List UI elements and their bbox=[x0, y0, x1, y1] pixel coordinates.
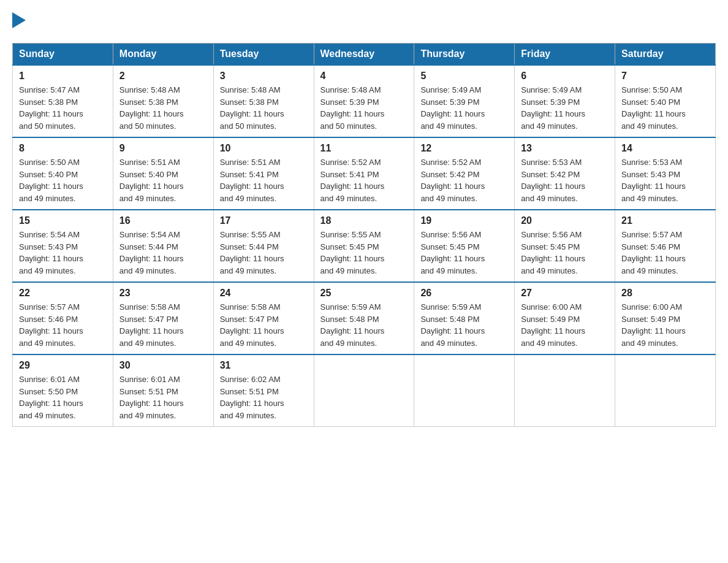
header-tuesday: Tuesday bbox=[213, 44, 314, 66]
calendar-cell: 7 Sunrise: 5:50 AM Sunset: 5:40 PM Dayli… bbox=[615, 65, 716, 137]
day-info: Sunrise: 5:58 AM Sunset: 5:47 PM Dayligh… bbox=[119, 301, 207, 349]
calendar-cell: 29 Sunrise: 6:01 AM Sunset: 5:50 PM Dayl… bbox=[13, 354, 113, 427]
day-info: Sunrise: 5:56 AM Sunset: 5:45 PM Dayligh… bbox=[521, 229, 609, 277]
day-number: 1 bbox=[19, 71, 107, 82]
calendar-cell: 12 Sunrise: 5:52 AM Sunset: 5:42 PM Dayl… bbox=[414, 137, 515, 210]
day-number: 2 bbox=[119, 71, 207, 82]
svg-marker-0 bbox=[12, 12, 26, 28]
day-info: Sunrise: 5:53 AM Sunset: 5:43 PM Dayligh… bbox=[621, 156, 709, 204]
calendar-cell: 9 Sunrise: 5:51 AM Sunset: 5:40 PM Dayli… bbox=[113, 137, 213, 210]
day-info: Sunrise: 6:02 AM Sunset: 5:51 PM Dayligh… bbox=[220, 373, 308, 421]
header-sunday: Sunday bbox=[13, 44, 113, 66]
logo bbox=[12, 12, 26, 31]
calendar-cell bbox=[615, 354, 716, 427]
header-thursday: Thursday bbox=[414, 44, 515, 66]
calendar-cell: 13 Sunrise: 5:53 AM Sunset: 5:42 PM Dayl… bbox=[515, 137, 615, 210]
day-info: Sunrise: 5:48 AM Sunset: 5:38 PM Dayligh… bbox=[220, 84, 308, 132]
calendar-week-2: 8 Sunrise: 5:50 AM Sunset: 5:40 PM Dayli… bbox=[13, 137, 716, 210]
calendar-cell bbox=[414, 354, 515, 427]
day-info: Sunrise: 5:50 AM Sunset: 5:40 PM Dayligh… bbox=[19, 156, 107, 204]
day-info: Sunrise: 5:51 AM Sunset: 5:40 PM Dayligh… bbox=[119, 156, 207, 204]
day-info: Sunrise: 5:53 AM Sunset: 5:42 PM Dayligh… bbox=[521, 156, 609, 204]
day-info: Sunrise: 5:54 AM Sunset: 5:43 PM Dayligh… bbox=[19, 229, 107, 277]
day-info: Sunrise: 5:49 AM Sunset: 5:39 PM Dayligh… bbox=[420, 84, 508, 132]
calendar-cell: 28 Sunrise: 6:00 AM Sunset: 5:49 PM Dayl… bbox=[615, 282, 716, 354]
day-number: 14 bbox=[621, 143, 709, 154]
calendar-cell: 4 Sunrise: 5:48 AM Sunset: 5:39 PM Dayli… bbox=[314, 65, 414, 137]
calendar-cell bbox=[515, 354, 615, 427]
day-number: 6 bbox=[521, 71, 609, 82]
calendar-cell: 24 Sunrise: 5:58 AM Sunset: 5:47 PM Dayl… bbox=[213, 282, 314, 354]
day-number: 11 bbox=[320, 143, 408, 154]
calendar-cell bbox=[314, 354, 414, 427]
day-number: 16 bbox=[119, 215, 207, 226]
calendar-cell: 10 Sunrise: 5:51 AM Sunset: 5:41 PM Dayl… bbox=[213, 137, 314, 210]
day-number: 26 bbox=[420, 288, 508, 299]
day-number: 5 bbox=[420, 71, 508, 82]
day-info: Sunrise: 6:01 AM Sunset: 5:51 PM Dayligh… bbox=[119, 373, 207, 421]
calendar-week-3: 15 Sunrise: 5:54 AM Sunset: 5:43 PM Dayl… bbox=[13, 210, 716, 282]
day-number: 28 bbox=[621, 288, 709, 299]
day-info: Sunrise: 5:52 AM Sunset: 5:41 PM Dayligh… bbox=[320, 156, 408, 204]
day-info: Sunrise: 5:47 AM Sunset: 5:38 PM Dayligh… bbox=[19, 84, 107, 132]
calendar-week-4: 22 Sunrise: 5:57 AM Sunset: 5:46 PM Dayl… bbox=[13, 282, 716, 354]
calendar-cell: 26 Sunrise: 5:59 AM Sunset: 5:48 PM Dayl… bbox=[414, 282, 515, 354]
day-number: 24 bbox=[220, 288, 308, 299]
day-number: 15 bbox=[19, 215, 107, 226]
calendar-cell: 17 Sunrise: 5:55 AM Sunset: 5:44 PM Dayl… bbox=[213, 210, 314, 282]
day-number: 21 bbox=[621, 215, 709, 226]
day-info: Sunrise: 5:49 AM Sunset: 5:39 PM Dayligh… bbox=[521, 84, 609, 132]
day-number: 30 bbox=[119, 360, 207, 371]
day-number: 20 bbox=[521, 215, 609, 226]
day-number: 22 bbox=[19, 288, 107, 299]
day-info: Sunrise: 5:48 AM Sunset: 5:39 PM Dayligh… bbox=[320, 84, 408, 132]
page-header bbox=[12, 12, 716, 31]
day-info: Sunrise: 5:59 AM Sunset: 5:48 PM Dayligh… bbox=[320, 301, 408, 349]
day-number: 8 bbox=[19, 143, 107, 154]
calendar-cell: 16 Sunrise: 5:54 AM Sunset: 5:44 PM Dayl… bbox=[113, 210, 213, 282]
day-number: 25 bbox=[320, 288, 408, 299]
day-info: Sunrise: 5:56 AM Sunset: 5:45 PM Dayligh… bbox=[420, 229, 508, 277]
day-info: Sunrise: 5:58 AM Sunset: 5:47 PM Dayligh… bbox=[220, 301, 308, 349]
logo-triangle-icon bbox=[12, 12, 26, 31]
day-number: 27 bbox=[521, 288, 609, 299]
day-info: Sunrise: 6:01 AM Sunset: 5:50 PM Dayligh… bbox=[19, 373, 107, 421]
calendar-week-5: 29 Sunrise: 6:01 AM Sunset: 5:50 PM Dayl… bbox=[13, 354, 716, 427]
day-number: 10 bbox=[220, 143, 308, 154]
day-number: 13 bbox=[521, 143, 609, 154]
calendar-cell: 31 Sunrise: 6:02 AM Sunset: 5:51 PM Dayl… bbox=[213, 354, 314, 427]
calendar-cell: 8 Sunrise: 5:50 AM Sunset: 5:40 PM Dayli… bbox=[13, 137, 113, 210]
day-info: Sunrise: 5:54 AM Sunset: 5:44 PM Dayligh… bbox=[119, 229, 207, 277]
day-info: Sunrise: 6:00 AM Sunset: 5:49 PM Dayligh… bbox=[621, 301, 709, 349]
day-number: 4 bbox=[320, 71, 408, 82]
calendar-cell: 11 Sunrise: 5:52 AM Sunset: 5:41 PM Dayl… bbox=[314, 137, 414, 210]
day-info: Sunrise: 5:55 AM Sunset: 5:45 PM Dayligh… bbox=[320, 229, 408, 277]
day-number: 31 bbox=[220, 360, 308, 371]
day-number: 12 bbox=[420, 143, 508, 154]
calendar-cell: 5 Sunrise: 5:49 AM Sunset: 5:39 PM Dayli… bbox=[414, 65, 515, 137]
header-wednesday: Wednesday bbox=[314, 44, 414, 66]
day-number: 19 bbox=[420, 215, 508, 226]
calendar-header-row: SundayMondayTuesdayWednesdayThursdayFrid… bbox=[13, 44, 716, 66]
calendar-cell: 21 Sunrise: 5:57 AM Sunset: 5:46 PM Dayl… bbox=[615, 210, 716, 282]
day-number: 23 bbox=[119, 288, 207, 299]
calendar-cell: 19 Sunrise: 5:56 AM Sunset: 5:45 PM Dayl… bbox=[414, 210, 515, 282]
day-number: 3 bbox=[220, 71, 308, 82]
calendar-cell: 15 Sunrise: 5:54 AM Sunset: 5:43 PM Dayl… bbox=[13, 210, 113, 282]
calendar-cell: 3 Sunrise: 5:48 AM Sunset: 5:38 PM Dayli… bbox=[213, 65, 314, 137]
day-info: Sunrise: 5:52 AM Sunset: 5:42 PM Dayligh… bbox=[420, 156, 508, 204]
calendar-cell: 22 Sunrise: 5:57 AM Sunset: 5:46 PM Dayl… bbox=[13, 282, 113, 354]
calendar-cell: 25 Sunrise: 5:59 AM Sunset: 5:48 PM Dayl… bbox=[314, 282, 414, 354]
day-info: Sunrise: 6:00 AM Sunset: 5:49 PM Dayligh… bbox=[521, 301, 609, 349]
header-monday: Monday bbox=[113, 44, 213, 66]
calendar-cell: 2 Sunrise: 5:48 AM Sunset: 5:38 PM Dayli… bbox=[113, 65, 213, 137]
calendar-cell: 14 Sunrise: 5:53 AM Sunset: 5:43 PM Dayl… bbox=[615, 137, 716, 210]
calendar-cell: 30 Sunrise: 6:01 AM Sunset: 5:51 PM Dayl… bbox=[113, 354, 213, 427]
header-saturday: Saturday bbox=[615, 44, 716, 66]
calendar-cell: 23 Sunrise: 5:58 AM Sunset: 5:47 PM Dayl… bbox=[113, 282, 213, 354]
day-number: 18 bbox=[320, 215, 408, 226]
header-friday: Friday bbox=[515, 44, 615, 66]
calendar-cell: 6 Sunrise: 5:49 AM Sunset: 5:39 PM Dayli… bbox=[515, 65, 615, 137]
day-number: 9 bbox=[119, 143, 207, 154]
day-info: Sunrise: 5:48 AM Sunset: 5:38 PM Dayligh… bbox=[119, 84, 207, 132]
